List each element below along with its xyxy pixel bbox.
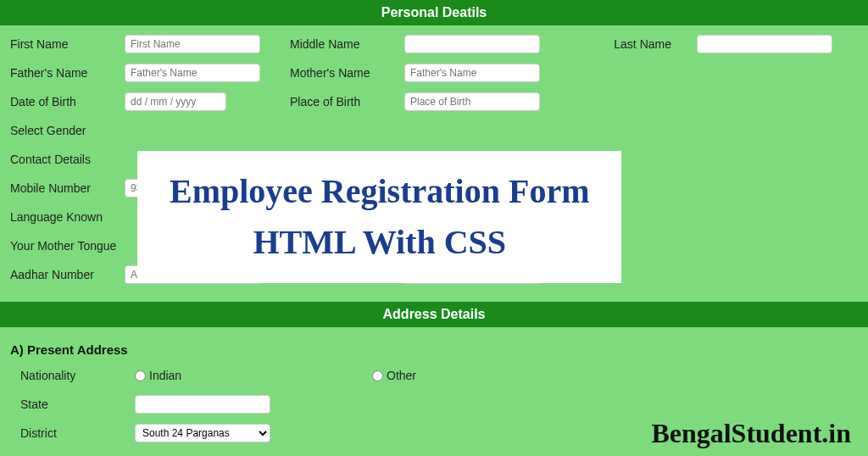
language-label: Language Known xyxy=(10,210,103,224)
present-address-title: A) Present Address xyxy=(10,342,858,357)
aadhar-label: Aadhar Number xyxy=(10,268,125,281)
name-row: First Name Middle Name Last Name xyxy=(10,34,858,54)
fathers-name-input[interactable] xyxy=(125,64,260,82)
pob-label: Place of Birth xyxy=(290,95,404,108)
mother-tongue-label: Your Mother Tongue xyxy=(10,239,116,253)
dob-input[interactable] xyxy=(125,92,226,111)
last-name-input[interactable] xyxy=(697,35,832,53)
parents-row: Father's Name Mother's Name xyxy=(10,63,858,83)
mothers-name-label: Mother's Name xyxy=(290,66,404,80)
overlay-line1: Employee Registration Form xyxy=(170,166,589,217)
contact-label: Contact Details xyxy=(10,153,91,166)
gender-label: Select Gender xyxy=(10,124,86,137)
dob-label: Date of Birth xyxy=(10,95,125,108)
nationality-indian-radio[interactable] xyxy=(135,370,146,381)
middle-name-input[interactable] xyxy=(404,35,540,53)
nationality-other-radio[interactable] xyxy=(372,370,383,381)
mothers-name-input[interactable] xyxy=(404,64,540,82)
first-name-input[interactable] xyxy=(125,35,260,53)
gender-row: Select Gender xyxy=(10,120,858,141)
district-select[interactable]: South 24 Parganas xyxy=(135,424,270,442)
state-row: State xyxy=(20,394,858,414)
state-input[interactable] xyxy=(135,395,270,414)
last-name-label: Last Name xyxy=(614,37,671,51)
overlay-line2: HTML With CSS xyxy=(170,217,589,268)
watermark: BengalStudent.in xyxy=(651,418,851,449)
title-overlay: Employee Registration Form HTML With CSS xyxy=(137,151,621,283)
birth-row: Date of Birth Place of Birth xyxy=(10,92,858,112)
nationality-other-label: Other xyxy=(387,369,416,382)
pob-input[interactable] xyxy=(404,92,540,111)
district-label: District xyxy=(20,426,135,440)
nationality-label: Nationality xyxy=(20,369,135,382)
personal-details-header: Personal Deatils xyxy=(0,0,868,25)
mobile-label: Mobile Number xyxy=(10,181,125,195)
middle-name-label: Middle Name xyxy=(290,37,404,51)
state-label: State xyxy=(20,398,135,411)
first-name-label: First Name xyxy=(10,37,125,51)
nationality-row: Nationality Indian Other xyxy=(20,365,858,386)
address-details-header: Address Details xyxy=(0,302,868,327)
nationality-indian-label: Indian xyxy=(149,369,181,382)
fathers-name-label: Father's Name xyxy=(10,66,125,80)
